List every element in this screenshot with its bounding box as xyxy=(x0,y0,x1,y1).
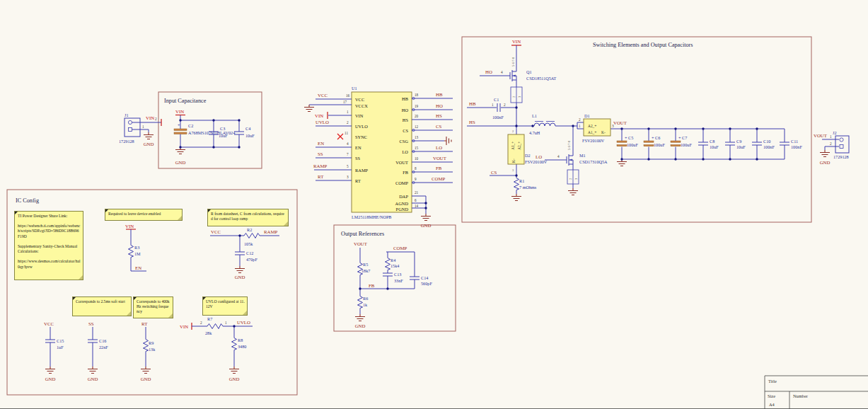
note-enable[interactable]: Required to leave device enabled xyxy=(105,209,183,221)
u1-name-ss: SS xyxy=(355,156,361,161)
note-share-link[interactable]: TI Power Designer Share Link: https://we… xyxy=(14,211,83,280)
j1-pin-bottom: 1 xyxy=(142,125,144,129)
c15-circuit[interactable]: VCC C15 1uF GND xyxy=(44,321,64,381)
r1-value: 7 mOhms xyxy=(519,185,537,190)
note-ramp[interactable]: R from datasheet, C from calculations, r… xyxy=(207,209,289,226)
r9-resistor-icon xyxy=(144,338,149,352)
r5-value: 18k7 xyxy=(361,268,370,273)
u1-name-vout: VOUT xyxy=(395,160,408,165)
j2-pin-square xyxy=(840,145,843,149)
c3-ref: C3 xyxy=(220,126,225,131)
ref-comp-label: COMP xyxy=(393,246,407,250)
u1-name-vcc: VCC xyxy=(355,97,364,102)
u1-ref: U1 xyxy=(352,86,357,91)
u1-netlabel-hs: HS xyxy=(436,113,442,118)
output-references-circuit[interactable]: VOUT R5 18k7 FB R6 1k GND COMP R4 15k4 C… xyxy=(354,241,432,328)
c16-gnd-label: GND xyxy=(88,376,98,381)
j1-part: 1729128 xyxy=(119,139,134,144)
r3-en-label: EN xyxy=(135,265,141,270)
c2-plate-bottom xyxy=(174,132,187,134)
r9-ref: R9 xyxy=(149,340,154,345)
r3-value: 1M xyxy=(134,251,141,256)
r9-gnd-label: GND xyxy=(141,376,151,381)
d2-ref: D2 xyxy=(525,153,531,158)
c12-ref: C12 xyxy=(246,250,253,255)
switching-circuit[interactable]: VIN 5-6-7-8 HO 4 Q1 CSD18511Q5AT 2 3 HB … xyxy=(467,39,802,201)
u1-pin2: 2 xyxy=(347,120,349,125)
c13-ref: C13 xyxy=(394,272,401,277)
j2-gnd-label: GND xyxy=(820,160,831,165)
switching-title: Switching Elements and Output Capacitors xyxy=(593,42,693,48)
u1-name-vin: VIN xyxy=(355,113,364,118)
d2-a1: A1_+ xyxy=(511,142,515,150)
u1-pin3: 3 xyxy=(347,175,349,179)
sw-net-cs: CS xyxy=(491,170,497,175)
component-u1[interactable]: U1 LM25118MHE/NOPB 16 17 1 2 11 4 7 5 3 … xyxy=(304,86,453,228)
sw-net-vout: VOUT xyxy=(613,120,627,125)
r8-resistor-icon xyxy=(232,337,237,351)
u1-netlabel-comp: COMP xyxy=(432,176,445,181)
u1-part: LM25118MHE/NOPB xyxy=(352,214,392,219)
svg-text:C11: C11 xyxy=(791,139,798,144)
sw-net-hb: HB xyxy=(469,101,476,106)
u1-net-ramp: RAMP xyxy=(313,163,327,168)
u1-pin16: 16 xyxy=(346,93,350,98)
r5-ref: R5 xyxy=(363,262,368,267)
u1-sync-nc-icon xyxy=(337,134,343,139)
m1-gnd-icon xyxy=(568,188,578,195)
input-capacitance-circuit[interactable]: VIN + C2 A768MS107M1HLAV024 C3 10uF C4 1… xyxy=(174,109,255,165)
note-freq[interactable]: Corresponds to 400kHz switching frequenc… xyxy=(133,296,173,318)
connector-j1[interactable]: J1 1729128 2 1 VIN GND xyxy=(119,113,161,146)
u1-pin10: 10 xyxy=(415,156,419,161)
svg-text:C8: C8 xyxy=(710,139,714,144)
note-soft-start[interactable]: Corresponds to 2.5ms soft start xyxy=(72,296,132,316)
q1-ref: Q1 xyxy=(526,69,532,74)
u1-pin12: 12 xyxy=(415,125,419,129)
r6-ref: R6 xyxy=(363,296,368,301)
u1-name-lo: LO xyxy=(402,149,408,154)
r7-ref: R7 xyxy=(207,316,212,321)
d1-pin1: 1 xyxy=(579,124,581,128)
c13-value: 33nF xyxy=(394,278,403,283)
j2-pin-circle xyxy=(840,138,843,142)
u1-pin19: 19 xyxy=(415,104,419,108)
c15-value: 1uF xyxy=(57,345,64,350)
svg-text:C5: C5 xyxy=(628,135,633,140)
sw-net-hs: HS xyxy=(469,120,475,125)
r9-circuit[interactable]: RT R9 13k GND xyxy=(141,321,156,381)
r8-gnd-label: GND xyxy=(229,376,240,381)
c16-ss-label: SS xyxy=(88,321,94,326)
r3-enable-circuit[interactable]: VIN R3 1M EN xyxy=(125,224,146,271)
u1-name-hs: HS xyxy=(403,117,409,122)
r6-resistor-icon xyxy=(358,295,363,309)
u1-pin18: 18 xyxy=(415,93,419,97)
d2-a2: A2_+ xyxy=(517,142,521,150)
cap-c10: C10 100nF xyxy=(752,139,775,149)
ref-vout-label: VOUT xyxy=(354,241,368,246)
c14-ref: C14 xyxy=(421,275,428,280)
r3-ref: R3 xyxy=(134,245,139,250)
u1-name-agnd: AGND xyxy=(395,201,409,206)
d2-part: FSV20100V xyxy=(525,159,548,164)
c16-circuit[interactable]: SS C16 22nF GND xyxy=(88,321,109,381)
u1-pin6: 6 xyxy=(415,198,417,202)
u1-vccx-gnd-icon xyxy=(304,105,314,112)
u1-pin17: 17 xyxy=(343,100,347,104)
ramp-rc-circuit[interactable]: VCC R2 105k RAMP C12 470pF GND xyxy=(210,227,279,280)
u1-name-sync: SYNC xyxy=(355,134,367,139)
r2-resistor-icon xyxy=(243,234,260,238)
u1-netlabel-fb: FB xyxy=(436,166,442,171)
connector-j2[interactable]: VOUT 1 2 J2 1729128 GND xyxy=(814,130,849,165)
m1-part: CSD17310Q5A xyxy=(579,159,608,164)
j2-part: 1729128 xyxy=(833,154,849,159)
c16-value: 22nF xyxy=(99,345,108,350)
note-uvlo[interactable]: UVLO configured at 11.12V xyxy=(202,296,248,316)
svg-text:+: + xyxy=(625,135,627,140)
uvlo-divider-circuit[interactable]: VIN 2 1 R7 28k UVLO R8 3480 GND xyxy=(180,316,253,381)
sw-net-lo: LO xyxy=(536,154,542,159)
title-block: Title Size A4 Number xyxy=(0,376,868,409)
ref-fb-label: FB xyxy=(369,283,375,288)
c1-ref: C1 xyxy=(494,97,499,102)
u1-name-csg: CSG xyxy=(400,139,409,144)
c12-gnd-icon xyxy=(235,266,245,273)
